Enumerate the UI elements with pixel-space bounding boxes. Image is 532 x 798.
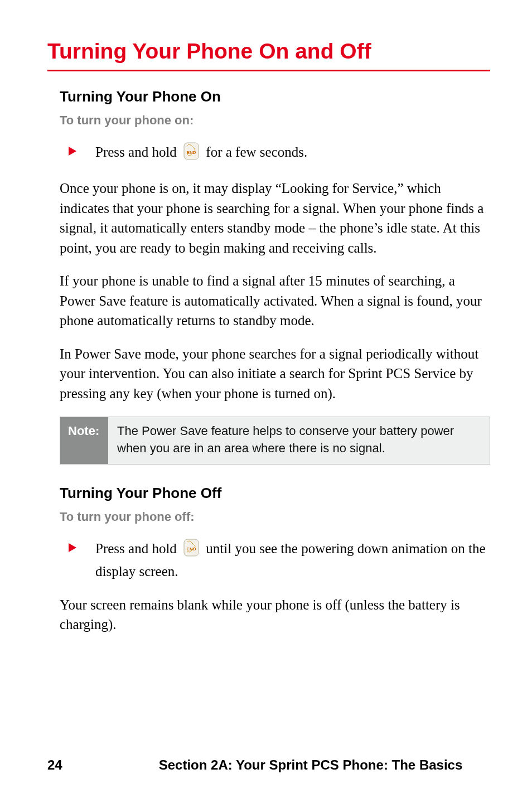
note-text: The Power Save feature helps to conserve… — [108, 417, 490, 464]
bullet-text-post: for a few seconds. — [206, 144, 307, 159]
bullet-icon — [69, 543, 76, 552]
title-rule — [47, 70, 490, 71]
heading-turn-on: Turning Your Phone On — [60, 88, 490, 105]
note-box: Note: The Power Save feature helps to co… — [60, 417, 490, 465]
bullet-off-pre: Press and hold — [95, 541, 180, 556]
section-label: Section 2A: Your Sprint PCS Phone: The B… — [131, 757, 490, 773]
para-on-2: If your phone is unable to find a signal… — [60, 271, 490, 331]
bullet-icon — [69, 147, 76, 156]
para-on-1: Once your phone is on, it may display “L… — [60, 178, 490, 258]
para-on-3: In Power Save mode, your phone searches … — [60, 344, 490, 404]
end-key-icon — [183, 142, 199, 166]
lead-turn-off: To turn your phone off: — [60, 510, 490, 524]
bullet-turn-on: Press and hold for a few seconds. — [69, 142, 490, 166]
note-label: Note: — [60, 417, 108, 464]
page-footer: 24 Section 2A: Your Sprint PCS Phone: Th… — [47, 757, 490, 773]
lead-turn-on: To turn your phone on: — [60, 113, 490, 128]
page-title: Turning Your Phone On and Off — [47, 39, 490, 64]
page-number: 24 — [47, 757, 131, 773]
para-off-1: Your screen remains blank while your pho… — [60, 595, 490, 635]
heading-turn-off: Turning Your Phone Off — [60, 485, 490, 502]
bullet-text-pre: Press and hold — [95, 144, 180, 159]
end-key-icon — [183, 539, 199, 562]
bullet-turn-off: Press and hold until you see the powerin… — [69, 539, 490, 582]
